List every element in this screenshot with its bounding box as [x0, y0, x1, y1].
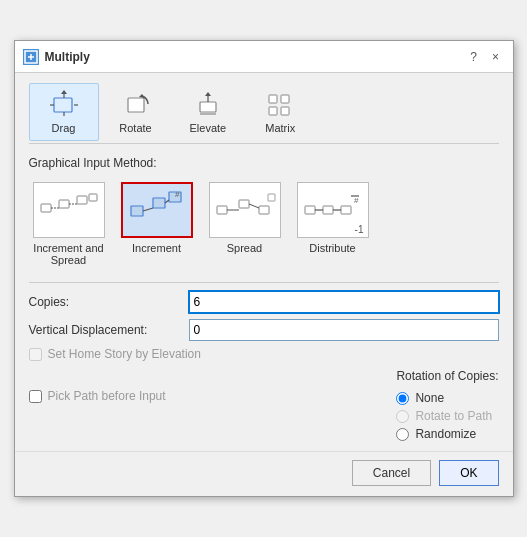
svg-rect-11 — [200, 102, 216, 112]
svg-text:#: # — [175, 190, 180, 199]
method-grid: Increment andSpread # Increment — [29, 178, 499, 270]
vertical-displacement-input[interactable] — [189, 319, 499, 341]
close-button[interactable]: × — [487, 48, 505, 66]
ok-button[interactable]: OK — [439, 460, 498, 486]
form-section: Copies: Vertical Displacement: Set Home … — [29, 282, 499, 361]
method-label-increment-and-spread: Increment andSpread — [33, 242, 103, 266]
svg-rect-31 — [217, 206, 227, 214]
rotation-none-label[interactable]: None — [396, 391, 498, 405]
svg-marker-13 — [205, 92, 211, 96]
svg-rect-21 — [77, 196, 87, 204]
method-icon-spread — [209, 182, 281, 238]
rotate-icon — [120, 90, 152, 118]
dialog-footer: Cancel OK — [15, 451, 513, 496]
copies-input[interactable] — [189, 291, 499, 313]
title-bar-left: Multiply — [23, 49, 90, 65]
svg-rect-17 — [269, 107, 277, 115]
options-row: Pick Path before Input Rotation of Copie… — [29, 369, 499, 441]
set-home-story-row: Set Home Story by Elevation — [29, 347, 499, 361]
svg-rect-25 — [131, 206, 143, 216]
copies-row: Copies: — [29, 291, 499, 313]
set-home-story-checkbox[interactable] — [29, 348, 42, 361]
elevate-icon — [192, 90, 224, 118]
svg-rect-16 — [281, 95, 289, 103]
toolbar-elevate-label: Elevate — [190, 122, 227, 134]
toolbar: Drag Rotate — [29, 83, 499, 144]
toolbar-item-matrix[interactable]: Matrix — [245, 83, 315, 141]
toolbar-drag-label: Drag — [52, 122, 76, 134]
svg-line-35 — [249, 204, 259, 208]
svg-rect-39 — [341, 206, 351, 214]
svg-rect-18 — [281, 107, 289, 115]
left-options: Pick Path before Input — [29, 369, 166, 403]
matrix-icon — [264, 90, 296, 118]
rotation-randomize-radio[interactable] — [396, 428, 409, 441]
toolbar-item-elevate[interactable]: Elevate — [173, 83, 244, 141]
help-button[interactable]: ? — [465, 48, 483, 66]
method-icon-increment-and-spread — [33, 182, 105, 238]
multiply-dialog: Multiply ? × — [14, 40, 514, 497]
method-icon-distribute: # -1 — [297, 182, 369, 238]
rotation-label: Rotation of Copies: — [396, 369, 498, 383]
method-icon-increment: # — [121, 182, 193, 238]
method-spread[interactable]: Spread — [205, 178, 285, 258]
right-options: Rotation of Copies: None Rotate to Path … — [396, 369, 498, 441]
rotation-none-radio[interactable] — [396, 392, 409, 405]
toolbar-item-drag[interactable]: Drag — [29, 83, 99, 141]
svg-rect-36 — [268, 194, 275, 201]
pick-path-label[interactable]: Pick Path before Input — [29, 389, 166, 403]
dialog-title: Multiply — [45, 50, 90, 64]
distribute-badge: -1 — [355, 224, 364, 235]
rotation-rotate-to-path-label[interactable]: Rotate to Path — [396, 409, 498, 423]
method-increment[interactable]: # Increment — [117, 178, 197, 258]
toolbar-matrix-label: Matrix — [265, 122, 295, 134]
svg-rect-20 — [59, 200, 69, 208]
method-label-distribute: Distribute — [309, 242, 355, 254]
svg-line-29 — [165, 200, 169, 203]
method-label-spread: Spread — [227, 242, 262, 254]
cancel-button[interactable]: Cancel — [352, 460, 431, 486]
svg-rect-38 — [323, 206, 333, 214]
svg-line-28 — [143, 208, 153, 211]
dialog-content: Drag Rotate — [15, 73, 513, 451]
method-distribute[interactable]: # -1 Distribute — [293, 178, 373, 258]
svg-rect-9 — [128, 98, 144, 112]
svg-rect-19 — [41, 204, 51, 212]
svg-rect-33 — [259, 206, 269, 214]
title-controls: ? × — [465, 48, 505, 66]
method-label-increment: Increment — [132, 242, 181, 254]
svg-rect-3 — [54, 98, 72, 112]
vertical-displacement-label: Vertical Displacement: — [29, 323, 189, 337]
pick-path-checkbox[interactable] — [29, 390, 42, 403]
method-increment-and-spread[interactable]: Increment andSpread — [29, 178, 109, 270]
svg-text:#: # — [354, 196, 359, 205]
drag-icon — [48, 90, 80, 118]
dialog-icon — [23, 49, 39, 65]
toolbar-item-rotate[interactable]: Rotate — [101, 83, 171, 141]
copies-label: Copies: — [29, 295, 189, 309]
vertical-displacement-row: Vertical Displacement: — [29, 319, 499, 341]
svg-rect-32 — [239, 200, 249, 208]
svg-marker-5 — [61, 90, 67, 94]
toolbar-rotate-label: Rotate — [119, 122, 151, 134]
rotation-randomize-label[interactable]: Randomize — [396, 427, 498, 441]
svg-rect-26 — [153, 198, 165, 208]
svg-rect-24 — [89, 194, 97, 201]
title-bar: Multiply ? × — [15, 41, 513, 73]
set-home-story-label[interactable]: Set Home Story by Elevation — [29, 347, 201, 361]
svg-rect-37 — [305, 206, 315, 214]
graphical-input-label: Graphical Input Method: — [29, 156, 499, 170]
rotation-rotate-to-path-radio[interactable] — [396, 410, 409, 423]
svg-rect-15 — [269, 95, 277, 103]
